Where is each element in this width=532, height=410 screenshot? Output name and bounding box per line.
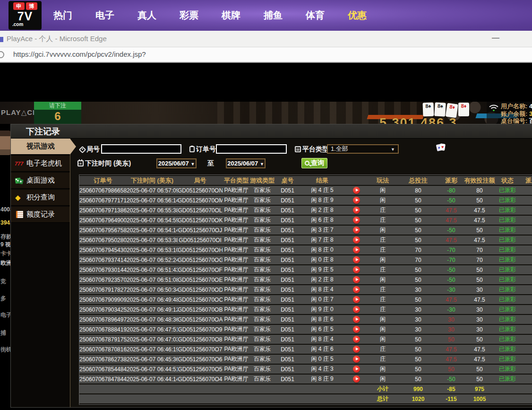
playing-card: 8♦ — [458, 103, 469, 116]
sidebar-item[interactable]: 积分查询 — [11, 190, 70, 206]
chevron-down-icon: ▼ — [260, 162, 264, 166]
nav-menu-item[interactable]: 彩票 — [175, 9, 203, 22]
play-icon[interactable] — [353, 246, 360, 253]
countdown-value: 6 — [34, 110, 81, 123]
cell-bet-side: 闲 — [369, 255, 397, 264]
cell-payout: -30 — [439, 285, 463, 294]
url-text[interactable]: https://gci.7vvvvvv.com/pc/pcv2/index.js… — [13, 50, 146, 58]
cell-bet-time: 2025-06-07 06:48:36 — [127, 315, 178, 324]
cell-order: 250607067971386 — [79, 206, 127, 215]
nav-menu-item[interactable]: 热门 — [49, 9, 77, 22]
cell-valid-bet: 47.5 — [463, 236, 496, 244]
cell-status: 已派彩 — [496, 325, 519, 334]
round-input[interactable] — [101, 144, 181, 154]
cell-result: 闲 9 庄 5 — [300, 265, 344, 274]
sidebar-item-label: 额度记录 — [26, 210, 55, 219]
cell-payout: 47.5 — [439, 236, 463, 244]
play-icon[interactable] — [353, 276, 360, 283]
play-icon[interactable] — [353, 227, 360, 234]
table-row: 250607067888419 2025-06-07 06:47:51 GD05… — [79, 325, 532, 334]
sidebar-item[interactable]: 额度记录 — [11, 207, 70, 223]
date-from-picker[interactable]: 2025/06/07 ▼ — [156, 158, 197, 168]
play-icon[interactable] — [353, 336, 360, 343]
cell-status: 已派彩 — [496, 216, 519, 225]
cell-table-no: D051 — [275, 216, 300, 225]
sidebar-item-label: 桌面游戏 — [26, 176, 55, 185]
user-info-value: 40 — [529, 103, 532, 110]
cell-valid-bet: 50 — [463, 365, 496, 374]
user-info-value: 百 — [529, 117, 532, 124]
nav-menu-item[interactable]: 捕鱼 — [259, 9, 287, 22]
nav-menu-item[interactable]: 棋牌 — [217, 9, 245, 22]
play-icon[interactable] — [353, 316, 360, 323]
cell-status: 已派彩 — [496, 275, 519, 284]
play-icon[interactable] — [353, 346, 360, 353]
site-info-icon[interactable] — [0, 51, 4, 58]
sidebar-item[interactable]: 桌面游戏 — [11, 173, 70, 189]
cell-platform: PA欧洲厅 — [223, 236, 250, 244]
cell-result: 闲 8 庄 9 — [300, 196, 344, 205]
play-icon[interactable] — [353, 256, 360, 263]
cell-total-bet: 30 — [397, 305, 439, 314]
play-icon[interactable] — [353, 366, 360, 373]
cell-bet-side: 庄 — [369, 216, 397, 225]
cell-round: GD051256070OF — [178, 265, 223, 274]
cell-round: GD051256070O7 — [178, 345, 223, 354]
cell-result: 闲 2 庄 8 — [300, 206, 344, 215]
play-icon[interactable] — [353, 197, 360, 204]
cell-payout-time — [519, 295, 532, 304]
bet-table-wrap: 订单号下注时间 (美东)局号平台类型游戏类型桌号结果玩法总投注派彩有效投注额状态… — [79, 174, 532, 406]
cell-payout-time — [519, 305, 532, 314]
nav-menu-item[interactable]: 体育 — [301, 9, 329, 22]
play-icon[interactable] — [353, 306, 360, 313]
cell-game-type: 百家乐 — [250, 275, 275, 284]
order-input[interactable] — [216, 144, 287, 154]
cell-replay — [344, 335, 369, 344]
play-icon[interactable] — [353, 236, 360, 244]
cell-round: GD051256070OM — [178, 196, 223, 205]
cell-total-bet: 50 — [397, 265, 439, 274]
dealt-cards: 8♠ 8♠ 8♦ 8♦ — [422, 103, 469, 116]
play-icon[interactable] — [353, 286, 360, 293]
site-logo[interactable]: 申 博 7V .com — [9, 1, 42, 30]
cell-platform: PA欧洲厅 — [223, 315, 250, 324]
cell-payout: 47.5 — [439, 355, 463, 364]
cell-bet-side: 闲 — [369, 186, 397, 195]
column-header: 下注时间 (美东) — [127, 176, 178, 185]
play-icon[interactable] — [353, 356, 360, 363]
play-icon[interactable] — [353, 187, 360, 194]
platform-select[interactable]: 1.全部▼ — [327, 144, 399, 154]
user-info-row: 桌台编号: 百 — [501, 117, 532, 124]
minimize-button[interactable]: — — [489, 34, 503, 42]
column-header: 平台类型 — [223, 176, 250, 185]
sidebar-item[interactable]: 电子老虎机 — [11, 156, 70, 172]
cell-replay — [344, 295, 369, 304]
search-button[interactable]: 查询 — [301, 158, 327, 168]
url-bar[interactable]: https://gci.7vvvvvv.com/pc/pcv2/index.js… — [0, 47, 532, 63]
nav-menu-item[interactable]: 电子 — [91, 9, 119, 22]
cell-result: 闲 6 庄 8 — [300, 216, 344, 225]
sidebar-item-icon — [15, 193, 24, 202]
nav-menu-item[interactable]: 优惠 — [343, 9, 371, 22]
play-icon[interactable] — [353, 375, 360, 383]
sidebar-item[interactable]: 视讯游戏 — [11, 139, 70, 155]
column-header: 状态 — [496, 176, 519, 185]
cell-replay — [344, 196, 369, 205]
table-row: 250607067964900 2025-06-07 06:54:59 GD05… — [79, 216, 532, 225]
play-icon[interactable] — [353, 266, 360, 273]
cell-order: 250607067937414 — [79, 255, 127, 264]
cell-status: 已派彩 — [496, 365, 519, 374]
cell-bet-time: 2025-06-07 06:49:48 — [127, 295, 178, 304]
date-to-picker[interactable]: 2025/06/07 ▼ — [226, 158, 266, 168]
play-icon[interactable] — [353, 326, 360, 333]
nav-menu-item[interactable]: 真人 — [133, 9, 161, 22]
play-icon[interactable] — [353, 217, 360, 224]
play-icon[interactable] — [353, 296, 360, 303]
cell-result: 闲 8 庄 9 — [300, 375, 344, 384]
cell-payout-time — [519, 196, 532, 205]
play-icon[interactable] — [353, 207, 360, 214]
table-row: 250607067909909 2025-06-07 06:49:48 GD05… — [79, 295, 532, 304]
cell-result: 闲 6 庄 5 — [300, 325, 344, 334]
cell-replay — [344, 265, 369, 274]
cell-payout: -50 — [439, 196, 463, 205]
